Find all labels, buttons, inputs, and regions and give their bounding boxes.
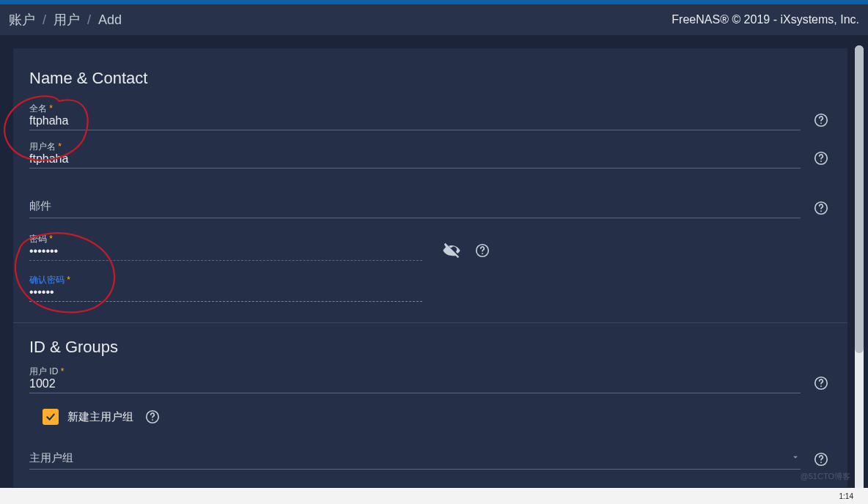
breadcrumb-separator: / bbox=[87, 12, 91, 28]
taskbar-clock: 1:14 bbox=[839, 492, 853, 500]
breadcrumb-bar: 账户 / 用户 / Add FreeNAS® © 2019 - iXsystem… bbox=[0, 4, 868, 35]
add-user-form: Name & Contact 全名 * 用户名 * bbox=[13, 48, 847, 487]
input-user-id[interactable] bbox=[29, 376, 801, 393]
help-icon[interactable] bbox=[811, 373, 831, 393]
help-icon[interactable] bbox=[811, 198, 831, 218]
svg-point-2 bbox=[820, 210, 822, 212]
help-icon[interactable] bbox=[472, 240, 493, 261]
field-new-primary-group: 新建主用户组 bbox=[26, 407, 847, 427]
page-scroll: Name & Contact 全名 * 用户名 * bbox=[0, 35, 868, 504]
svg-point-1 bbox=[820, 160, 822, 162]
breadcrumb-add[interactable]: Add bbox=[98, 12, 122, 28]
input-email[interactable] bbox=[29, 201, 801, 218]
label-fullname: 全名 * bbox=[29, 103, 53, 115]
field-email: 邮件 bbox=[13, 190, 847, 218]
svg-point-4 bbox=[820, 385, 822, 387]
input-username[interactable] bbox=[29, 151, 801, 168]
checkbox-new-primary-group[interactable] bbox=[43, 409, 59, 425]
vertical-scrollbar[interactable] bbox=[855, 45, 864, 500]
breadcrumb-users[interactable]: 用户 bbox=[54, 11, 80, 29]
label-primary-group: 主用户组 bbox=[29, 451, 73, 465]
svg-point-3 bbox=[482, 253, 483, 254]
watermark: @51CTO博客 bbox=[801, 471, 850, 482]
input-fullname[interactable] bbox=[29, 113, 801, 130]
input-confirm-password[interactable] bbox=[29, 284, 422, 302]
chevron-down-icon bbox=[790, 452, 801, 465]
help-icon[interactable] bbox=[811, 449, 831, 470]
select-primary-group[interactable]: 主用户组 bbox=[29, 448, 801, 470]
copyright-text: FreeNAS® © 2019 - iXsystems, Inc. bbox=[672, 13, 859, 26]
breadcrumb: 账户 / 用户 / Add bbox=[9, 11, 122, 29]
field-fullname: 全名 * bbox=[13, 103, 847, 130]
svg-point-0 bbox=[820, 122, 822, 124]
scrollbar-thumb[interactable] bbox=[855, 45, 864, 353]
label-email: 邮件 bbox=[29, 199, 51, 213]
label-password: 密码 * bbox=[29, 233, 53, 245]
field-password: 密码 * bbox=[13, 233, 847, 261]
label-new-primary-group: 新建主用户组 bbox=[67, 410, 133, 424]
field-primary-group: 主用户组 bbox=[13, 448, 847, 470]
breadcrumb-separator: / bbox=[43, 12, 46, 28]
label-username: 用户名 * bbox=[29, 141, 62, 153]
breadcrumb-accounts[interactable]: 账户 bbox=[9, 11, 35, 29]
field-user-id: 用户 ID * bbox=[13, 366, 847, 393]
input-password[interactable] bbox=[29, 243, 422, 261]
label-confirm-password: 确认密码 * bbox=[29, 274, 70, 286]
label-user-id: 用户 ID * bbox=[29, 366, 64, 378]
visibility-off-icon[interactable] bbox=[441, 240, 462, 261]
section-title-name-contact: Name & Contact bbox=[13, 48, 847, 98]
help-icon[interactable] bbox=[811, 110, 831, 130]
help-icon[interactable] bbox=[811, 148, 831, 168]
field-username: 用户名 * bbox=[13, 141, 847, 168]
os-taskbar: 1:14 bbox=[0, 488, 868, 504]
field-confirm-password: 确认密码 * bbox=[13, 274, 847, 302]
help-icon[interactable] bbox=[142, 407, 163, 427]
section-title-id-groups: ID & Groups bbox=[13, 323, 847, 367]
svg-point-6 bbox=[820, 462, 822, 463]
svg-point-5 bbox=[152, 419, 153, 420]
